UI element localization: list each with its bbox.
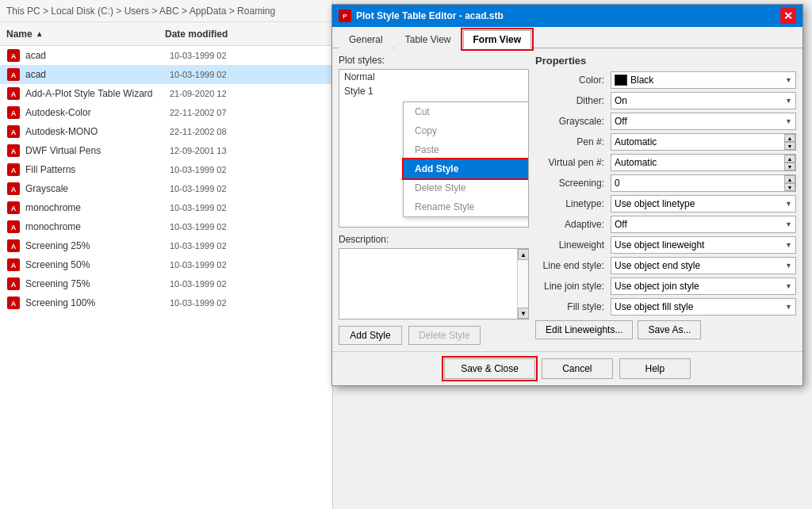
linetype-arrow: ▼ xyxy=(785,200,792,208)
ctx-rename-style[interactable]: Rename Style xyxy=(404,197,529,216)
tab-general[interactable]: General xyxy=(339,30,393,48)
screening-input[interactable] xyxy=(611,175,784,191)
screening-spinner[interactable]: ▲ ▼ xyxy=(611,174,796,192)
file-name: acad xyxy=(25,69,170,80)
line-join-control[interactable]: Use object join style ▼ xyxy=(611,277,796,295)
help-button[interactable]: Help xyxy=(619,358,691,379)
close-button[interactable]: ✕ xyxy=(780,8,796,24)
dialog-body: Plot styles: Normal Style 1 Cut Copy Pas… xyxy=(332,48,802,351)
screening-up-btn[interactable]: ▲ xyxy=(784,175,795,183)
virtual-pen-up-btn[interactable]: ▲ xyxy=(784,155,795,163)
adaptive-dropdown[interactable]: Off ▼ xyxy=(611,216,796,233)
virtual-pen-down-btn[interactable]: ▼ xyxy=(784,163,795,170)
file-name: Screening 25% xyxy=(25,240,170,251)
line-join-row: Line join style: Use object join style ▼ xyxy=(535,277,796,295)
pen-input[interactable] xyxy=(611,134,784,150)
svg-text:A: A xyxy=(11,90,17,98)
tab-form-view[interactable]: Form View xyxy=(463,30,531,48)
properties-title: Properties xyxy=(535,55,796,67)
grayscale-dropdown[interactable]: Off ▼ xyxy=(611,113,796,130)
file-row[interactable]: A acad10-03-1999 02 xyxy=(0,46,332,65)
description-area[interactable]: ▲ ▼ xyxy=(339,248,529,320)
file-row[interactable]: A Autodesk-Color22-11-2002 07 xyxy=(0,103,332,122)
save-close-button[interactable]: Save & Close xyxy=(444,358,535,379)
ctx-delete-style[interactable]: Delete Style xyxy=(404,178,529,197)
color-control[interactable]: Black ▼ xyxy=(611,71,796,89)
file-row[interactable]: A Screening 25%10-03-1999 02 xyxy=(0,236,332,255)
virtual-pen-spinner[interactable]: ▲ ▼ xyxy=(611,154,796,171)
lineweight-row: Lineweight Use object lineweight ▼ xyxy=(535,236,796,254)
file-date: 10-03-1999 02 xyxy=(170,184,227,193)
file-row[interactable]: A Screening 50%10-03-1999 02 xyxy=(0,255,332,274)
file-explorer: This PC > Local Disk (C:) > Users > ABC … xyxy=(0,0,333,509)
file-date: 10-03-1999 02 xyxy=(170,165,227,174)
ctx-add-style[interactable]: Add Style xyxy=(404,159,529,178)
file-row[interactable]: A monochrome10-03-1999 02 xyxy=(0,198,332,217)
dither-arrow: ▼ xyxy=(785,97,792,105)
color-row: Color: Black ▼ xyxy=(535,71,796,89)
style-1[interactable]: Style 1 xyxy=(339,84,528,98)
lineweight-label: Lineweight xyxy=(535,239,611,251)
line-join-dropdown[interactable]: Use object join style ▼ xyxy=(611,277,796,295)
pen-control[interactable]: ▲ ▼ xyxy=(611,133,796,151)
file-icon: A xyxy=(6,182,21,196)
delete-style-button[interactable]: Delete Style xyxy=(408,326,481,345)
col-date-header: Date modified xyxy=(165,29,228,40)
file-icon: A xyxy=(6,48,21,63)
svg-text:A: A xyxy=(11,186,17,193)
line-end-dropdown[interactable]: Use object end style ▼ xyxy=(611,257,796,274)
file-icon: A xyxy=(6,277,21,291)
file-name: Screening 75% xyxy=(25,278,170,289)
pen-up-btn[interactable]: ▲ xyxy=(784,134,795,142)
lineweight-control[interactable]: Use object lineweight ▼ xyxy=(611,236,796,254)
pen-down-btn[interactable]: ▼ xyxy=(784,142,795,150)
save-as-button[interactable]: Save As... xyxy=(638,320,701,339)
file-icon: A xyxy=(6,86,21,101)
plot-style-dialog: P Plot Style Table Editor - acad.stb ✕ G… xyxy=(331,4,803,386)
file-row[interactable]: A Fill Patterns10-03-1999 02 xyxy=(0,160,332,179)
file-row[interactable]: A Add-A-Plot Style Table Wizard21-09-202… xyxy=(0,84,332,103)
virtual-pen-label: Virtual pen #: xyxy=(535,157,611,168)
fill-style-arrow: ▼ xyxy=(785,303,792,311)
adaptive-control[interactable]: Off ▼ xyxy=(611,216,796,233)
cancel-button[interactable]: Cancel xyxy=(542,358,613,379)
ctx-paste[interactable]: Paste xyxy=(404,140,529,159)
file-row[interactable]: A monochrome10-03-1999 02 xyxy=(0,217,332,236)
linetype-dropdown[interactable]: Use object linetype ▼ xyxy=(611,195,796,212)
ctx-copy[interactable]: Copy xyxy=(404,121,529,140)
file-row[interactable]: A DWF Virtual Pens12-09-2001 13 xyxy=(0,141,332,160)
dither-dropdown[interactable]: On ▼ xyxy=(611,92,796,109)
ctx-cut[interactable]: Cut xyxy=(404,102,529,121)
add-style-button[interactable]: Add Style xyxy=(339,326,402,345)
lineweight-dropdown[interactable]: Use object lineweight ▼ xyxy=(611,236,796,254)
grayscale-control[interactable]: Off ▼ xyxy=(611,113,796,130)
style-normal[interactable]: Normal xyxy=(339,70,528,84)
edit-lineweights-button[interactable]: Edit Lineweights... xyxy=(535,320,633,339)
virtual-pen-control[interactable]: ▲ ▼ xyxy=(611,154,796,171)
scroll-down-btn[interactable]: ▼ xyxy=(518,308,529,319)
line-end-control[interactable]: Use object end style ▼ xyxy=(611,257,796,274)
file-row[interactable]: A acad10-03-1999 02 xyxy=(0,65,332,84)
scroll-up-btn[interactable]: ▲ xyxy=(518,249,529,260)
color-dropdown[interactable]: Black ▼ xyxy=(611,71,796,89)
pen-label: Pen #: xyxy=(535,136,611,147)
file-date: 12-09-2001 13 xyxy=(170,146,227,155)
file-row[interactable]: A Screening 100%10-03-1999 02 xyxy=(0,293,332,312)
linetype-label: Linetype: xyxy=(535,198,611,209)
screening-control[interactable]: ▲ ▼ xyxy=(611,174,796,192)
linetype-control[interactable]: Use object linetype ▼ xyxy=(611,195,796,212)
file-row[interactable]: A Autodesk-MONO22-11-2002 08 xyxy=(0,122,332,141)
file-row[interactable]: A Grayscale10-03-1999 02 xyxy=(0,179,332,198)
fill-style-control[interactable]: Use object fill style ▼ xyxy=(611,298,796,316)
desc-scrollbar[interactable]: ▲ ▼ xyxy=(517,249,528,319)
tab-table-view[interactable]: Table View xyxy=(395,30,462,48)
plot-styles-list[interactable]: Normal Style 1 Cut Copy Paste Add Style … xyxy=(339,69,529,228)
fill-style-dropdown[interactable]: Use object fill style ▼ xyxy=(611,298,796,316)
pen-spinner[interactable]: ▲ ▼ xyxy=(611,133,796,151)
file-row[interactable]: A Screening 75%10-03-1999 02 xyxy=(0,274,332,293)
dither-control[interactable]: On ▼ xyxy=(611,92,796,109)
screening-down-btn[interactable]: ▼ xyxy=(784,183,795,191)
file-name: DWF Virtual Pens xyxy=(25,145,170,156)
virtual-pen-input[interactable] xyxy=(611,155,784,170)
file-date: 10-03-1999 02 xyxy=(170,203,227,212)
